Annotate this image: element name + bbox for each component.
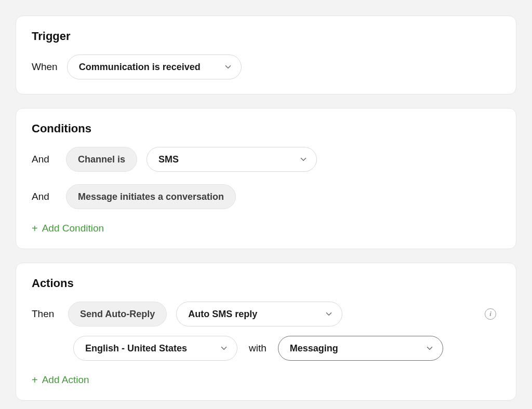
condition-prefix-0: And	[32, 154, 57, 165]
condition-channel-select-label: SMS	[158, 155, 179, 164]
action-template-select[interactable]: Auto SMS reply	[176, 302, 342, 326]
actions-title: Actions	[32, 277, 500, 290]
chevron-down-icon	[223, 62, 233, 72]
trigger-prefix: When	[32, 61, 58, 73]
trigger-title: Trigger	[32, 30, 500, 43]
action-row-0: Then Send Auto-Reply Auto SMS reply i	[32, 302, 500, 326]
chevron-down-icon	[425, 344, 434, 353]
info-icon[interactable]: i	[485, 308, 496, 320]
trigger-select-label: Communication is received	[79, 62, 201, 72]
chevron-down-icon	[219, 344, 229, 353]
action-service-select-label: Messaging	[290, 344, 338, 353]
action-template-select-label: Auto SMS reply	[188, 309, 257, 319]
conditions-title: Conditions	[32, 122, 500, 135]
plus-icon: +	[32, 375, 38, 385]
add-condition-button[interactable]: + Add Condition	[32, 223, 104, 234]
action-language-select-label: English - United States	[85, 344, 187, 353]
chevron-down-icon	[324, 309, 334, 319]
action-row-1: English - United States with Messaging	[32, 336, 500, 361]
add-action-button[interactable]: + Add Action	[32, 374, 89, 386]
action-service-select[interactable]: Messaging	[278, 336, 443, 361]
trigger-row: When Communication is received	[32, 54, 500, 79]
trigger-card: Trigger When Communication is received	[16, 16, 516, 94]
condition-row-0: And Channel is SMS	[32, 147, 500, 172]
condition-prefix-1: And	[32, 191, 57, 202]
actions-card: Actions Then Send Auto-Reply Auto SMS re…	[16, 263, 516, 401]
trigger-select[interactable]: Communication is received	[67, 54, 242, 79]
add-action-label: Add Action	[42, 374, 89, 386]
action-language-select[interactable]: English - United States	[73, 336, 237, 361]
plus-icon: +	[32, 223, 38, 234]
add-condition-label: Add Condition	[42, 223, 104, 234]
chevron-down-icon	[299, 155, 308, 164]
condition-chip-initiates[interactable]: Message initiates a conversation	[66, 184, 236, 209]
condition-chip-channel[interactable]: Channel is	[66, 147, 137, 172]
condition-row-1: And Message initiates a conversation	[32, 184, 500, 209]
action-chip-autoreply[interactable]: Send Auto-Reply	[68, 302, 167, 326]
action-midword: with	[247, 343, 269, 354]
conditions-card: Conditions And Channel is SMS And Messag…	[16, 108, 516, 249]
action-prefix: Then	[32, 308, 59, 320]
condition-channel-select[interactable]: SMS	[147, 147, 317, 172]
